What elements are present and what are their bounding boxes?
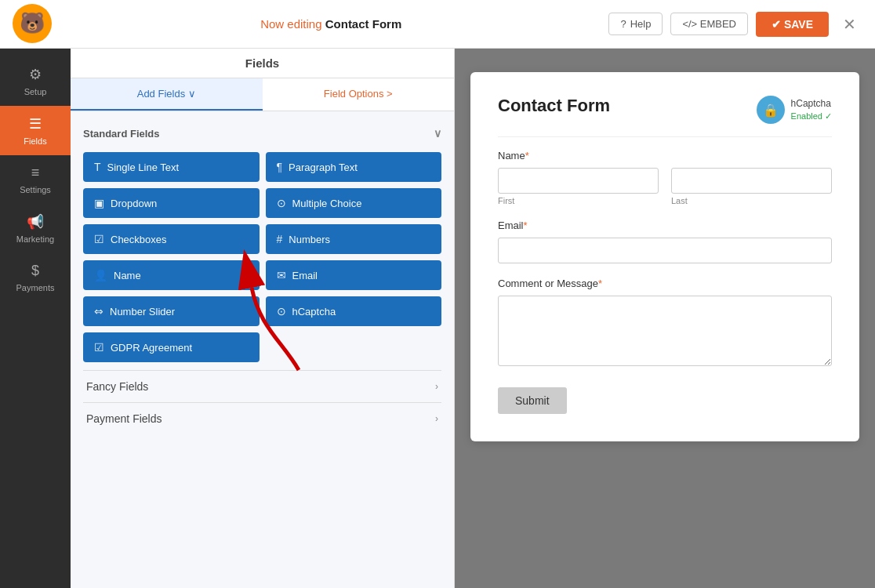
top-header: 🐻 Now editing Contact Form ? Help </> EM… (0, 0, 875, 49)
form-preview-title: Contact Form (498, 96, 610, 116)
form-card-header: Contact Form 🔒 hCaptcha Enabled ✓ (498, 96, 832, 137)
payment-fields-section[interactable]: Payment Fields › (83, 402, 441, 434)
email-required-marker: * (524, 220, 528, 231)
tab-field-options[interactable]: Field Options > (263, 78, 455, 111)
email-input[interactable] (498, 238, 832, 263)
help-icon: ? (620, 18, 626, 30)
name-label: Name* (498, 150, 832, 162)
dropdown-field-icon: ▣ (94, 197, 104, 209)
first-name-group: First (498, 168, 659, 205)
first-name-input[interactable] (498, 168, 659, 194)
sidebar-item-setup[interactable]: ⚙ Setup (0, 56, 71, 106)
gear-icon: ⚙ (29, 66, 42, 83)
fields-tabs: Add Fields ∨ Field Options > (71, 78, 454, 111)
numbers-icon: # (277, 233, 283, 245)
hcaptcha-badge: 🔒 hCaptcha Enabled ✓ (757, 96, 832, 124)
slider-icon: ⇔ (94, 305, 103, 318)
gdpr-icon: ☑ (94, 341, 104, 354)
preview-panel: Contact Form 🔒 hCaptcha Enabled ✓ Name* (455, 49, 875, 588)
section-chevron-icon: ∨ (434, 127, 441, 140)
name-inputs: First Last (498, 168, 832, 205)
sidebar-label-settings: Settings (20, 185, 51, 194)
multiple-choice-icon: ⊙ (277, 197, 286, 209)
header-title: Now editing Contact Form (53, 17, 608, 31)
sidebar-item-marketing[interactable]: 📢 Marketing (0, 204, 71, 253)
name-required-marker: * (525, 150, 529, 162)
hcaptcha-label: hCaptcha (791, 97, 832, 111)
save-button[interactable]: ✔ SAVE (756, 12, 829, 37)
fancy-fields-chevron-icon: › (435, 381, 438, 392)
field-btn-checkboxes[interactable]: ☑ Checkboxes (83, 224, 260, 254)
last-name-group: Last (671, 168, 832, 205)
email-label: Email* (498, 220, 832, 231)
last-name-label: Last (671, 196, 832, 205)
sidebar-item-fields[interactable]: ☰ Fields (0, 106, 71, 155)
embed-button[interactable]: </> EMBED (670, 13, 748, 35)
hcaptcha-badge-icon: 🔒 (757, 96, 785, 124)
checkboxes-icon: ☑ (94, 233, 104, 245)
payments-icon: $ (31, 263, 39, 279)
hcaptcha-text: hCaptcha Enabled ✓ (791, 97, 832, 122)
field-btn-dropdown[interactable]: ▣ Dropdown (83, 188, 260, 218)
close-button[interactable]: ✕ (837, 12, 862, 37)
fancy-fields-section[interactable]: Fancy Fields › (83, 370, 441, 402)
sidebar-label-marketing: Marketing (16, 234, 54, 244)
message-textarea[interactable] (498, 296, 832, 366)
logo: 🐻 (13, 4, 53, 45)
logo-bear: 🐻 (13, 4, 52, 43)
settings-icon: ≡ (31, 165, 40, 181)
form-name: Contact Form (325, 17, 402, 31)
fields-icon: ☰ (29, 115, 42, 132)
fields-panel: Fields Add Fields ∨ Field Options > Stan… (71, 49, 455, 588)
sidebar-item-payments[interactable]: $ Payments (0, 253, 71, 302)
marketing-icon: 📢 (27, 213, 44, 230)
red-arrow-annotation (236, 249, 338, 374)
message-label: Comment or Message* (498, 278, 832, 289)
last-name-input[interactable] (671, 168, 832, 194)
main-layout: ⚙ Setup ☰ Fields ≡ Settings 📢 Marketing … (0, 49, 875, 588)
field-btn-name[interactable]: 👤 Name (83, 260, 260, 290)
submit-button[interactable]: Submit (498, 387, 567, 414)
email-field: Email* (498, 220, 832, 263)
tab-add-fields[interactable]: Add Fields ∨ (71, 78, 263, 111)
editing-prefix: Now editing (260, 17, 321, 31)
first-name-label: First (498, 196, 659, 205)
field-btn-single-line-text[interactable]: T Single Line Text (83, 152, 260, 182)
message-required-marker: * (598, 278, 602, 289)
sidebar-label-setup: Setup (24, 87, 47, 96)
name-field-icon: 👤 (94, 269, 107, 281)
standard-fields-header: Standard Fields ∨ (83, 124, 441, 143)
field-btn-paragraph-text[interactable]: ¶ Paragraph Text (266, 152, 442, 182)
name-field: Name* First Last (498, 150, 832, 205)
message-field: Comment or Message* (498, 278, 832, 369)
header-actions: ? Help </> EMBED ✔ SAVE ✕ (608, 12, 862, 37)
field-btn-number-slider[interactable]: ⇔ Number Slider (83, 296, 260, 326)
sidebar-label-fields: Fields (24, 136, 46, 146)
fields-panel-title: Fields (71, 49, 454, 78)
text-field-icon: T (94, 161, 101, 173)
form-card: Contact Form 🔒 hCaptcha Enabled ✓ Name* (470, 72, 859, 441)
paragraph-field-icon: ¶ (277, 161, 283, 173)
hcaptcha-enabled-label: Enabled ✓ (791, 111, 832, 122)
fields-content: Standard Fields ∨ T Single Line Text ¶ P… (71, 111, 454, 588)
payment-fields-chevron-icon: › (435, 413, 438, 424)
sidebar-label-payments: Payments (16, 283, 55, 292)
help-button[interactable]: ? Help (608, 13, 663, 35)
sidebar: ⚙ Setup ☰ Fields ≡ Settings 📢 Marketing … (0, 49, 71, 588)
sidebar-item-settings[interactable]: ≡ Settings (0, 155, 71, 204)
field-btn-gdpr[interactable]: ☑ GDPR Agreement (83, 332, 260, 362)
field-btn-multiple-choice[interactable]: ⊙ Multiple Choice (266, 188, 442, 218)
